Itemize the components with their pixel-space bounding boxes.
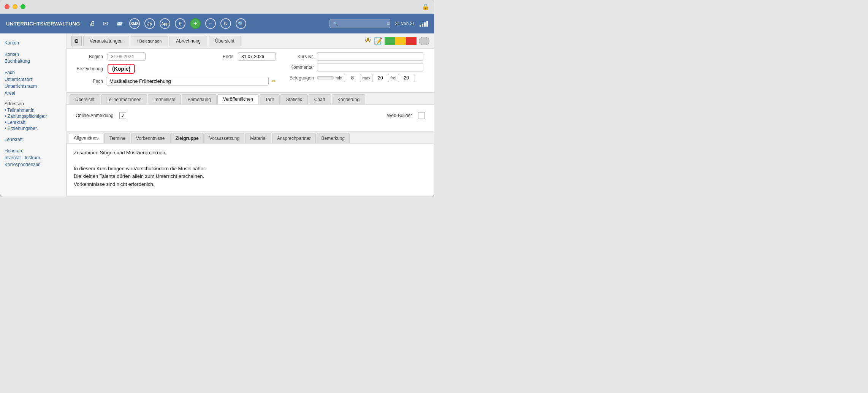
frei-input[interactable] bbox=[398, 74, 415, 82]
add-button[interactable]: + bbox=[190, 18, 201, 29]
bottom-tab-zielgruppe[interactable]: Zielgruppe bbox=[170, 133, 203, 143]
form-area: Beginn Ende Bezeichnung (Kopie) Fach bbox=[67, 49, 434, 93]
sidebar-item-honorare[interactable]: Honorare bbox=[5, 147, 62, 154]
note-icon[interactable]: 📝 bbox=[374, 37, 382, 45]
right-form: Kurs Nr. Kommentar Belegungen min bbox=[284, 52, 428, 89]
text-line1: Zusammen Singen und Musizieren lernen! bbox=[74, 149, 427, 157]
tab-belegungen[interactable]: f Belegungen bbox=[131, 36, 168, 46]
ende-label: Ende bbox=[203, 54, 233, 59]
mail-open-icon[interactable]: 📨 bbox=[114, 19, 125, 29]
sidebar-item-unterrichtsraum[interactable]: Unterrichtsraum bbox=[5, 83, 62, 90]
sub-tab-chart[interactable]: Chart bbox=[309, 94, 331, 104]
kommentar-label: Kommentar bbox=[284, 65, 314, 70]
kommentar-input[interactable] bbox=[317, 63, 423, 71]
bottom-tab-voraussetzung[interactable]: Voraussetzung bbox=[204, 133, 244, 143]
edit-pencil-icon[interactable]: ✏ bbox=[272, 78, 276, 84]
sms-button[interactable]: SMS bbox=[129, 18, 140, 29]
navbar: UNTERRICHTSVERWALTUNG 🖨 ✉ 📨 SMS @ App € … bbox=[0, 14, 434, 33]
lock-icon: 🔒 bbox=[422, 3, 429, 10]
bottom-tab-ansprechpartner[interactable]: Ansprechpartner bbox=[272, 133, 316, 143]
sidebar-item-teilnehmer[interactable]: Teilnehmer:in bbox=[5, 107, 62, 113]
left-form: Beginn Ende Bezeichnung (Kopie) Fach bbox=[73, 52, 276, 89]
title-bar: 🔒 bbox=[0, 0, 434, 14]
text-line5: Vorkenntnisse sind nicht erforderlich. bbox=[74, 181, 427, 189]
kurs-nr-label: Kurs Nr. bbox=[284, 54, 314, 59]
maximize-button[interactable] bbox=[21, 4, 25, 9]
belegungen-label: Belegungen bbox=[284, 75, 314, 81]
app-button[interactable]: App bbox=[160, 18, 170, 29]
checkmark: ✓ bbox=[121, 113, 125, 119]
sidebar: Konten Konten Buchhaltung Fach Unterrich… bbox=[0, 33, 67, 196]
eye-icon[interactable]: 👁 bbox=[365, 37, 372, 45]
sidebar-item-inventar[interactable]: Inventar | Instrum. bbox=[5, 154, 62, 161]
bottom-tab-allgemeines[interactable]: Allgemeines bbox=[69, 133, 103, 143]
close-button[interactable] bbox=[5, 4, 10, 9]
search-circle-button[interactable]: 🔍 bbox=[236, 18, 246, 29]
ende-input[interactable] bbox=[238, 52, 276, 61]
mail-icon[interactable]: ✉ bbox=[101, 19, 109, 29]
kurs-nr-row: Kurs Nr. bbox=[284, 52, 428, 61]
bottom-tabs: Allgemeines Termine Vorkenntnisse Zielgr… bbox=[67, 131, 434, 143]
back-link[interactable]: Konten bbox=[5, 40, 62, 46]
bottom-section: Allgemeines Termine Vorkenntnisse Zielgr… bbox=[67, 131, 434, 196]
sub-tab-teilnehmer[interactable]: Teilnehmer:innen bbox=[101, 94, 147, 104]
web-builder-checkbox[interactable] bbox=[418, 112, 425, 119]
sidebar-item-areal[interactable]: Areal bbox=[5, 90, 62, 97]
sidebar-section-adressen: Adressen Teilnehmer:in Zahlungspflichtig… bbox=[5, 101, 62, 132]
fach-input[interactable] bbox=[106, 77, 269, 86]
sidebar-item-buchhaltung[interactable]: Buchhaltung bbox=[5, 58, 62, 65]
bottom-tab-vorkenntnisse[interactable]: Vorkenntnisse bbox=[131, 133, 169, 143]
sub-tab-kontierung[interactable]: Kontierung bbox=[332, 94, 365, 104]
bottom-tab-bemerkung[interactable]: Bemerkung bbox=[317, 133, 350, 143]
sub-tab-veroeffentlichen[interactable]: Veröffentlichen bbox=[217, 94, 259, 104]
sidebar-item-korrespondenzen[interactable]: Korrespondenzen bbox=[5, 161, 62, 168]
sidebar-item-zahlungspflichtige[interactable]: Zahlungspflichtige:r bbox=[5, 113, 62, 119]
main-area: Konten Konten Buchhaltung Fach Unterrich… bbox=[0, 33, 434, 196]
panel-area: Online-Anmeldung ✓ Web-Builder Allgemein… bbox=[67, 105, 434, 196]
sub-tab-terminliste[interactable]: Terminliste bbox=[148, 94, 181, 104]
adressen-title: Adressen bbox=[5, 101, 62, 106]
sub-tab-statistik[interactable]: Statistik bbox=[280, 94, 308, 104]
max-input[interactable] bbox=[372, 74, 389, 82]
search-bar[interactable]: 🔍 ≡ bbox=[329, 19, 390, 28]
bottom-tab-termine[interactable]: Termine bbox=[104, 133, 130, 143]
sidebar-item-fach[interactable]: Fach bbox=[5, 69, 62, 76]
min-input[interactable] bbox=[344, 74, 361, 82]
bottom-tab-material[interactable]: Material bbox=[245, 133, 271, 143]
sub-tab-uebersicht[interactable]: Übersicht bbox=[70, 94, 100, 104]
search-icon: 🔍 bbox=[333, 21, 338, 26]
sidebar-section-more: Honorare Inventar | Instrum. Korresponde… bbox=[5, 147, 62, 168]
sidebar-item-erziehungsber[interactable]: Erziehungsber. bbox=[5, 125, 62, 132]
tab-abrechnung[interactable]: Abrechnung bbox=[169, 36, 207, 46]
belegungen-inputs: min max frei bbox=[317, 74, 415, 82]
bezeichnung-value[interactable]: (Kopie) bbox=[108, 64, 135, 74]
sub-tabs: Übersicht Teilnehmer:innen Terminliste B… bbox=[67, 93, 434, 105]
at-button[interactable]: @ bbox=[144, 18, 155, 29]
yellow-block bbox=[395, 37, 406, 45]
search-input[interactable] bbox=[340, 21, 385, 26]
min-label: min bbox=[336, 76, 342, 80]
sub-tab-bemerkung[interactable]: Bemerkung bbox=[182, 94, 216, 104]
sidebar-item-unterrichtsort[interactable]: Unterrichtsort bbox=[5, 76, 62, 83]
content-area: ⚙ Veranstaltungen f Belegungen Abrechnun… bbox=[67, 33, 434, 196]
toggle-switch[interactable] bbox=[419, 37, 429, 45]
app-window: 🔒 UNTERRICHTSVERWALTUNG 🖨 ✉ 📨 SMS @ App … bbox=[0, 0, 434, 196]
sub-tab-tarif[interactable]: Tarif bbox=[260, 94, 280, 104]
euro-button[interactable]: € bbox=[175, 18, 185, 29]
sidebar-section-fach: Fach Unterrichtsort Unterrichtsraum Area… bbox=[5, 69, 62, 97]
signal-icon bbox=[420, 21, 428, 27]
minimize-button[interactable] bbox=[13, 4, 17, 9]
refresh-button[interactable]: ↻ bbox=[220, 18, 231, 29]
tab-uebersicht[interactable]: Übersicht bbox=[209, 36, 241, 46]
record-counter: 21 von 21 bbox=[395, 21, 415, 26]
online-anmeldung-checkbox[interactable]: ✓ bbox=[119, 112, 126, 119]
kurs-nr-input[interactable] bbox=[317, 52, 423, 61]
gear-button[interactable]: ⚙ bbox=[71, 36, 82, 46]
sidebar-item-lehrkraft-addr[interactable]: Lehrkraft bbox=[5, 119, 62, 125]
tab-veranstaltungen[interactable]: Veranstaltungen bbox=[83, 36, 129, 46]
sidebar-item-lehrkraft[interactable]: Lehrkraft bbox=[5, 136, 62, 143]
print-icon[interactable]: 🖨 bbox=[88, 19, 97, 29]
sidebar-item-konten[interactable]: Konten bbox=[5, 51, 62, 58]
back-button[interactable]: ← bbox=[205, 18, 216, 29]
beginn-input[interactable] bbox=[108, 52, 146, 61]
